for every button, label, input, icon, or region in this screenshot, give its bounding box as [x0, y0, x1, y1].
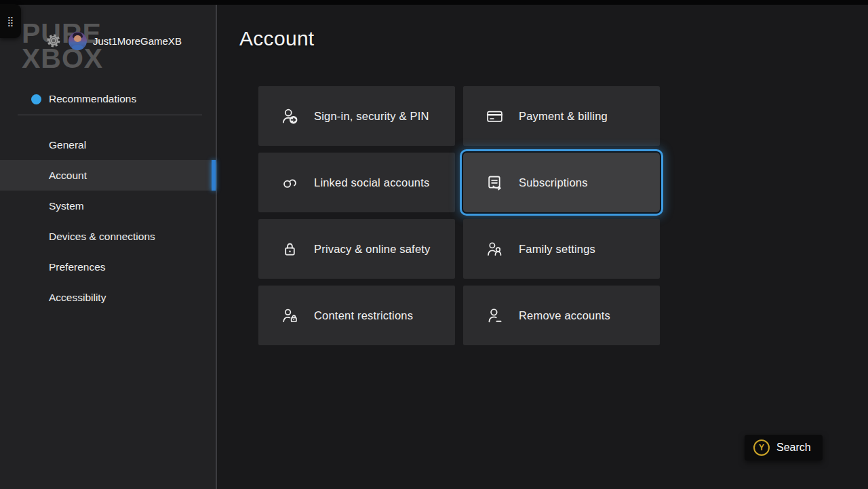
tile-label: Content restrictions — [314, 309, 413, 322]
overlay-handle[interactable]: ⣿ — [0, 4, 21, 38]
search-button[interactable]: Y Search — [745, 435, 823, 461]
person-lock-icon — [281, 307, 299, 325]
person-remove-icon — [486, 307, 504, 325]
sidebar-item-account[interactable]: Account — [0, 160, 216, 191]
sidebar-item-label: Preferences — [49, 261, 106, 273]
controller-y-button-icon: Y — [753, 439, 770, 456]
sidebar-divider — [18, 115, 202, 115]
selected-accent-bar — [212, 160, 216, 191]
family-icon — [486, 240, 504, 258]
sidebar-item-label: General — [49, 139, 86, 151]
avatar[interactable] — [68, 32, 87, 50]
top-letterbox-bar — [0, 0, 868, 5]
lock-icon — [281, 240, 299, 258]
sidebar-menu: General Account System Devices & connect… — [0, 130, 216, 313]
link-icon — [281, 174, 299, 192]
sidebar-item-label: System — [49, 200, 84, 212]
sidebar-item-label: Accessibility — [49, 292, 106, 304]
tile-remove-accounts[interactable]: Remove accounts — [463, 286, 660, 345]
sidebar-item-preferences[interactable]: Preferences — [0, 252, 216, 282]
sidebar-item-system[interactable]: System — [0, 191, 216, 221]
settings-sidebar: PURE XBOX Just1MoreGameXB Recommendation… — [0, 5, 217, 489]
profile-row[interactable]: Just1MoreGameXB — [45, 30, 182, 52]
tile-privacy-online-safety[interactable]: Privacy & online safety — [258, 219, 455, 279]
gamertag-label: Just1MoreGameXB — [93, 35, 182, 47]
credit-card-icon — [486, 107, 504, 125]
sidebar-item-devices-connections[interactable]: Devices & connections — [0, 221, 216, 252]
recommendations-label: Recommendations — [49, 93, 136, 105]
tile-payment-billing[interactable]: Payment & billing — [463, 86, 660, 146]
drag-handle-icon: ⣿ — [7, 16, 14, 26]
tile-label: Subscriptions — [519, 176, 588, 189]
sidebar-item-recommendations[interactable]: Recommendations — [31, 93, 136, 105]
notification-dot-icon — [31, 94, 41, 104]
xbox-settings-screen: PURE XBOX Just1MoreGameXB Recommendation… — [0, 0, 868, 489]
tile-label: Linked social accounts — [314, 176, 429, 189]
subscriptions-icon — [486, 174, 504, 192]
tile-content-restrictions[interactable]: Content restrictions — [258, 286, 455, 345]
search-label: Search — [776, 442, 811, 454]
tile-sign-in-security-pin[interactable]: Sign-in, security & PIN — [258, 86, 455, 146]
sidebar-item-label: Devices & connections — [49, 231, 155, 243]
gear-icon — [45, 32, 62, 50]
page-title: Account — [239, 27, 315, 50]
tile-label: Payment & billing — [519, 110, 608, 123]
tile-label: Privacy & online safety — [314, 243, 431, 256]
person-arrow-icon — [281, 107, 299, 125]
tile-label: Remove accounts — [519, 309, 610, 322]
tile-family-settings[interactable]: Family settings — [463, 219, 660, 279]
tile-label: Family settings — [519, 243, 595, 256]
tile-subscriptions[interactable]: Subscriptions — [463, 153, 660, 212]
tile-linked-social-accounts[interactable]: Linked social accounts — [258, 153, 455, 212]
account-tile-grid: Sign-in, security & PIN Payment & billin… — [258, 86, 660, 345]
sidebar-item-accessibility[interactable]: Accessibility — [0, 282, 216, 313]
sidebar-item-label: Account — [49, 170, 87, 182]
tile-label: Sign-in, security & PIN — [314, 110, 429, 123]
sidebar-item-general[interactable]: General — [0, 130, 216, 160]
